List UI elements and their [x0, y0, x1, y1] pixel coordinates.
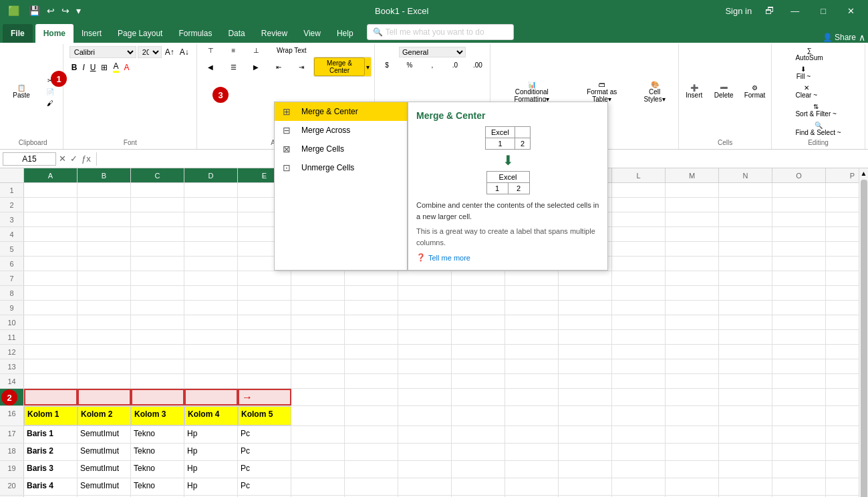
close-button[interactable]: ✕ [839, 3, 863, 19]
sort-filter-button[interactable]: ⇅ Sort & Filter ~ [792, 102, 839, 119]
tab-data[interactable]: Data [220, 24, 253, 43]
cell-a17[interactable]: Baris 1 [24, 426, 78, 443]
increase-font-button[interactable]: A↑ [163, 47, 176, 57]
tab-view[interactable]: View [295, 24, 329, 43]
align-middle-button[interactable]: ≡ [223, 45, 244, 55]
cell-c19[interactable]: Tekno [131, 461, 184, 478]
ribbon-collapse-icon[interactable]: ∧ [859, 32, 865, 43]
signin-button[interactable]: Sign in [720, 5, 757, 17]
cell-a15[interactable] [24, 389, 78, 405]
cell-b15[interactable] [78, 389, 131, 405]
border-button[interactable]: ⊞ [99, 62, 110, 73]
increase-decimal-button[interactable]: .0 [444, 60, 466, 70]
scroll-thumb[interactable] [861, 180, 867, 497]
paste-button[interactable]: 📋 Paste [5, 71, 38, 112]
cell-d17[interactable]: Hp [184, 426, 238, 443]
tab-page-layout[interactable]: Page Layout [110, 24, 170, 43]
save-icon[interactable]: 💾 [26, 4, 43, 17]
wrap-text-button[interactable]: Wrap Text [268, 45, 315, 55]
cell-c18[interactable]: Tekno [131, 444, 184, 460]
cell-c15[interactable] [131, 389, 184, 405]
align-right-button[interactable]: ▶ [245, 62, 267, 72]
search-bar[interactable]: 🔍 Tell me what you want to do [367, 24, 514, 40]
vertical-scrollbar[interactable]: ▲ ▼ [859, 168, 868, 497]
dropdown-item-merge-center[interactable]: ⊞ Merge & Center [275, 102, 407, 121]
cell-e16[interactable]: Kolom 5 [238, 406, 291, 426]
cell-e20[interactable]: Pc [238, 478, 291, 495]
cell-b17[interactable]: SemutImut [78, 426, 131, 443]
merge-center-button[interactable]: Merge & Center [314, 57, 364, 76]
cell-styles-button[interactable]: 🎨 Cell Styles▾ [633, 71, 676, 112]
col-header-B[interactable]: B [78, 168, 131, 182]
cell-b20[interactable]: SemutImut [78, 478, 131, 495]
cell-d18[interactable]: Hp [184, 444, 238, 460]
increase-indent-button[interactable]: ⇥ [291, 62, 312, 72]
clear-button[interactable]: ✕ Clear ~ [792, 83, 820, 100]
fill-button[interactable]: ⬇ Fill ~ [792, 64, 814, 81]
col-header-O[interactable]: O [772, 168, 826, 182]
dropdown-item-unmerge-cells[interactable]: ⊡ Unmerge Cells [275, 158, 407, 177]
cell-c16[interactable]: Kolom 3 [131, 406, 184, 426]
font-color-button[interactable]: A [122, 62, 132, 73]
merge-center-dropdown-arrow[interactable]: ▾ [365, 63, 371, 71]
italic-button[interactable]: I [80, 62, 86, 73]
col-header-P[interactable]: P [826, 168, 859, 182]
cell-b18[interactable]: SemutImut [78, 444, 131, 460]
col-header-A[interactable]: A [24, 168, 78, 182]
format-painter-button[interactable]: 🖌 [39, 98, 61, 108]
col-header-D[interactable]: D [184, 168, 238, 182]
insert-button[interactable]: ➕ Insert [681, 71, 708, 112]
cell-b16[interactable]: Kolom 2 [78, 406, 131, 426]
insert-function-icon[interactable]: ƒx [82, 154, 91, 164]
cell-d16[interactable]: Kolom 4 [184, 406, 238, 426]
cell-a16[interactable]: Kolom 1 [24, 406, 78, 426]
cancel-formula-icon[interactable]: ✕ [59, 154, 66, 164]
cell-e15[interactable]: → [238, 389, 291, 405]
merge-center-container[interactable]: Merge & Center ▾ [313, 57, 371, 77]
col-header-M[interactable]: M [666, 168, 719, 182]
tab-file[interactable]: File [3, 24, 33, 43]
autosum-button[interactable]: ∑ AutoSum [792, 45, 825, 63]
align-top-button[interactable]: ⊤ [200, 45, 221, 55]
cell-a18[interactable]: Baris 2 [24, 444, 78, 460]
confirm-formula-icon[interactable]: ✓ [70, 154, 78, 164]
tab-help[interactable]: Help [329, 24, 361, 43]
corner-cell[interactable] [0, 168, 24, 182]
dropdown-item-merge-across[interactable]: ⊟ Merge Across [275, 121, 407, 140]
font-family-select[interactable]: Calibri [69, 46, 136, 58]
col-header-N[interactable]: N [719, 168, 772, 182]
col-header-C[interactable]: C [131, 168, 184, 182]
minimize-button[interactable]: — [782, 3, 807, 19]
format-button[interactable]: ⚙ Format [740, 71, 770, 112]
col-header-L[interactable]: L [612, 168, 666, 182]
tab-insert[interactable]: Insert [74, 24, 110, 43]
align-center-button[interactable]: ☰ [223, 62, 244, 72]
tooltip-link[interactable]: ❓ Tell me more [416, 253, 599, 262]
undo-icon[interactable]: ↩ [44, 4, 57, 17]
decrease-decimal-button[interactable]: .00 [467, 60, 488, 70]
customize-icon[interactable]: ▾ [74, 4, 84, 17]
cell-e19[interactable]: Pc [238, 461, 291, 478]
comma-button[interactable]: , [422, 60, 443, 70]
tab-home[interactable]: Home [35, 24, 74, 43]
tab-formulas[interactable]: Formulas [170, 24, 220, 43]
maximize-button[interactable]: □ [813, 3, 834, 19]
font-size-select[interactable]: 20 [138, 46, 162, 58]
cell-d19[interactable]: Hp [184, 461, 238, 478]
share-icon[interactable]: 👤 Share [823, 33, 856, 42]
cell-c20[interactable]: Tekno [131, 478, 184, 495]
cell-d15[interactable] [184, 389, 238, 405]
cell-a19[interactable]: Baris 3 [24, 461, 78, 478]
decrease-indent-button[interactable]: ⇤ [268, 62, 289, 72]
bold-button[interactable]: B [69, 62, 80, 73]
cell-e17[interactable]: Pc [238, 426, 291, 443]
restore-icon[interactable]: 🗗 [762, 4, 777, 17]
cell-d20[interactable]: Hp [184, 478, 238, 495]
decrease-font-button[interactable]: A↓ [178, 47, 191, 57]
cell-e18[interactable]: Pc [238, 444, 291, 460]
delete-button[interactable]: ➖ Delete [710, 71, 738, 112]
cell-b19[interactable]: SemutImut [78, 461, 131, 478]
find-select-button[interactable]: 🔍 Find & Select ~ [792, 120, 843, 138]
scroll-up-button[interactable]: ▲ [859, 168, 868, 178]
copy-button[interactable]: 📄 [39, 87, 61, 97]
